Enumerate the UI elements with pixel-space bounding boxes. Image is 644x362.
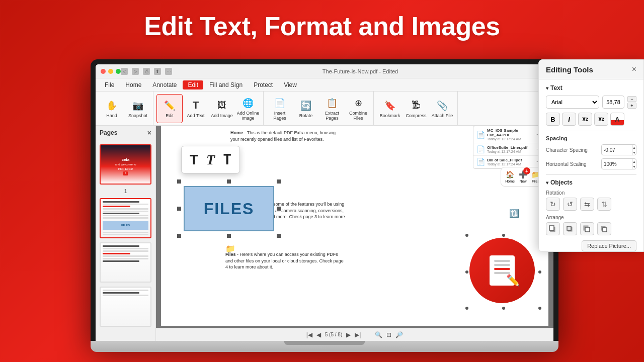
window-controls [101, 69, 121, 74]
h-scaling-down[interactable]: ▼ [632, 164, 636, 169]
text-format-sans[interactable]: T [190, 152, 198, 168]
pages-close-button[interactable]: × [147, 129, 151, 137]
h-scaling-control: 100% ▲ ▼ [601, 158, 636, 169]
char-spacing-down[interactable]: ▼ [632, 150, 636, 155]
handle-br[interactable] [276, 233, 282, 239]
close-dot[interactable] [101, 69, 106, 74]
nav-home-btn[interactable]: 🏠 Home [505, 170, 515, 183]
print-icon[interactable]: ⎙ [143, 68, 150, 75]
text-format-mono[interactable]: T [223, 151, 231, 168]
zoom-out-btn[interactable]: 🔍 [375, 331, 382, 338]
minimize-dot[interactable] [108, 69, 113, 74]
tool-snapshot[interactable]: 📷 Snapshot [125, 94, 151, 123]
handle-tm[interactable] [226, 178, 232, 185]
page-thumb-3[interactable] [100, 242, 151, 283]
editing-panel-close-btn[interactable]: × [632, 65, 636, 74]
img-handle-tm[interactable] [501, 233, 506, 238]
nav-home-icon: 🏠 [506, 170, 514, 178]
page-thumb-4[interactable] [100, 287, 151, 327]
insert-pages-icon: 📄 [273, 96, 287, 110]
first-page-btn[interactable]: |◀ [306, 331, 312, 338]
img-handle-mr[interactable] [537, 269, 542, 275]
handle-tl[interactable] [176, 178, 182, 185]
rotate-ccw-btn[interactable]: ↺ [563, 198, 577, 211]
italic-btn[interactable]: I [562, 113, 576, 126]
forward-icon[interactable]: ▷ [132, 68, 139, 75]
last-page-btn[interactable]: ▶| [355, 331, 361, 338]
replace-picture-btn[interactable]: Replace Picture... [582, 240, 636, 251]
more-icon[interactable]: ⋯ [165, 68, 172, 75]
tool-bookmark[interactable]: 🔖 Bookmark [377, 94, 403, 123]
rotation-label: Rotation [546, 190, 636, 196]
add-image-icon: 🖼 [215, 99, 229, 113]
char-spacing-control: -0,07 ▲ ▼ [601, 144, 636, 155]
text-format-serif[interactable]: T [206, 152, 215, 168]
page-thumb-1[interactable]: celaand welcome toPDF Extra!P [100, 144, 151, 185]
img-handle-bm[interactable] [501, 306, 506, 311]
menu-annotate[interactable]: Annotate [147, 80, 182, 89]
tool-hand[interactable]: ✋ Hand [99, 94, 125, 123]
tool-add-image[interactable]: 🖼 Add Image [209, 94, 235, 123]
flip-v-btn[interactable]: ⇅ [597, 198, 611, 211]
font-size-input[interactable] [602, 96, 624, 109]
menu-view[interactable]: View [279, 80, 302, 89]
tool-compress[interactable]: 🗜 Compress [403, 94, 429, 123]
flip-h-btn[interactable]: ⇆ [580, 198, 594, 211]
nav-controls: ◁ ▷ ⎙ ⬆ ⋯ [121, 68, 172, 75]
font-size-increase-btn[interactable]: + [627, 103, 636, 109]
send-back-btn[interactable] [597, 222, 611, 235]
bold-btn[interactable]: B [546, 113, 560, 126]
editing-panel-body: Text Arial − + B I X2 X2 A Spacing Chara… [539, 79, 643, 245]
tool-edit[interactable]: ✏️ Edit [156, 94, 183, 123]
img-handle-ml[interactable] [464, 269, 469, 275]
prev-page-btn[interactable]: ◀ [316, 331, 321, 338]
nav-home-label: Home [505, 179, 515, 183]
handle-bm[interactable] [226, 233, 232, 239]
tool-add-text-label: Add Text [187, 114, 205, 119]
tool-combine-files[interactable]: ⊕ Combine Files [345, 94, 371, 123]
font-selector[interactable]: Arial [546, 96, 599, 109]
refresh-icon[interactable]: 🔃 [509, 209, 519, 218]
h-scaling-up[interactable]: ▲ [632, 159, 636, 164]
snapshot-icon: 📷 [131, 99, 145, 113]
page-thumb-2[interactable]: FILES [100, 198, 151, 238]
objects-section-label: Objects [546, 179, 636, 186]
tool-insert-pages[interactable]: 📄 Insert Pages [267, 94, 293, 123]
subscript-btn[interactable]: X2 [578, 113, 592, 126]
img-handle-br[interactable] [537, 306, 542, 311]
text-section-label: Text [546, 84, 636, 92]
handle-tr[interactable] [276, 178, 282, 185]
text-color-btn[interactable]: A [610, 113, 624, 126]
bring-front-btn[interactable] [546, 222, 560, 235]
pdf-text-content: Home - This is the default PDF Extra men… [226, 126, 347, 149]
menu-file[interactable]: File [100, 80, 119, 89]
tool-add-text[interactable]: T Add Text [183, 94, 209, 123]
menu-protect[interactable]: Protect [249, 80, 278, 89]
handle-bl[interactable] [176, 233, 182, 239]
tool-add-online-image[interactable]: 🌐 Add Online Image [235, 94, 261, 123]
superscript-btn[interactable]: X2 [594, 113, 608, 126]
fit-btn[interactable]: ⊡ [386, 331, 391, 338]
send-backward-btn[interactable] [580, 222, 594, 235]
bring-forward-btn[interactable] [563, 222, 577, 235]
tool-extract-pages[interactable]: 📋 Extract Pages [319, 94, 345, 123]
zoom-in-btn[interactable]: 🔎 [395, 331, 403, 338]
back-icon[interactable]: ◁ [121, 68, 128, 75]
handle-ml[interactable] [176, 206, 182, 212]
menu-edit[interactable]: Edit [183, 80, 203, 89]
tool-rotate[interactable]: 🔄 Rotate [293, 94, 319, 123]
char-spacing-up[interactable]: ▲ [632, 145, 636, 150]
maximize-dot[interactable] [116, 69, 121, 74]
attach-icon: 📎 [435, 99, 449, 113]
share-icon[interactable]: ⬆ [154, 68, 161, 75]
rotate-cw-btn[interactable]: ↻ [546, 198, 560, 211]
menu-home[interactable]: Home [120, 80, 146, 89]
handle-mr[interactable] [276, 206, 282, 212]
menu-fill-sign[interactable]: Fill and Sign [204, 80, 248, 89]
tool-attach-file[interactable]: 📎 Attach File [429, 94, 455, 123]
img-handle-bl[interactable] [464, 306, 469, 311]
font-size-decrease-btn[interactable]: − [627, 96, 636, 102]
img-handle-tl[interactable] [464, 233, 469, 238]
arrange-label: Arrange [546, 215, 636, 220]
next-page-btn[interactable]: ▶ [346, 331, 351, 338]
